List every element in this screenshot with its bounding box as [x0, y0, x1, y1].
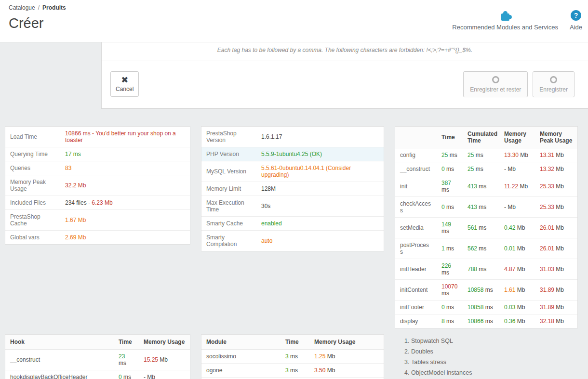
row-label: PHP Version: [201, 147, 256, 161]
row-label: envoimoinscher: [201, 378, 281, 379]
cell-value: 5.5.9-1ubuntu4.25 (OK): [256, 147, 384, 161]
data-table: TimeCumulated TimeMemory UsageMemory Pea…: [395, 127, 577, 328]
row-label: hookdisplayBackOfficeHeader: [5, 370, 114, 379]
cell-text: ms: [289, 367, 298, 374]
table-row: Max Execution Time30s: [201, 196, 384, 217]
table-row: init387 ms413 ms11.22 Mb25.33 Mb: [395, 176, 577, 197]
breadcrumb-item-catalogue[interactable]: Catalogue: [9, 4, 35, 11]
cell-text: 0.01: [504, 245, 515, 252]
table-row: initFooter0 ms10858 ms0.03 Mb31.89 Mb: [395, 301, 577, 314]
cancel-button[interactable]: ✖ Cancel: [110, 71, 139, 97]
help-icon: ?: [571, 10, 581, 21]
cell-text: 25.33: [540, 204, 554, 210]
cell-value: 26.01 Mb: [535, 238, 577, 259]
cell-text: 1.61: [504, 287, 515, 293]
cell-value: 1.6.1.17: [256, 127, 384, 147]
cell-text: 31.89: [540, 304, 554, 311]
spinner-icon: [550, 76, 557, 83]
cell-text: Mb: [554, 152, 564, 158]
row-label: Max Execution Time: [201, 196, 256, 217]
cell-value: 10866 ms: [463, 314, 499, 328]
save-and-stay-label: Enregistrer et rester: [470, 86, 521, 93]
cell-value: 13.32 Mb: [535, 162, 577, 176]
cell-text: 387: [441, 180, 451, 186]
cell-value: 2.69 Mb: [60, 231, 190, 245]
save-button[interactable]: Enregistrer: [533, 71, 575, 97]
cell-text: 0.42: [504, 224, 515, 231]
table-row: PHP Version5.5.9-1ubuntu4.25 (OK): [201, 147, 384, 161]
cell-text: Mb: [325, 353, 335, 360]
cell-text: 0: [441, 304, 445, 311]
cell-text: ms: [477, 266, 486, 273]
cell-text: 0: [441, 204, 445, 210]
cell-value: 2 ms: [281, 378, 309, 379]
puzzle-icon: [501, 13, 509, 21]
cell-text: ms: [448, 152, 457, 158]
cell-value: enabled: [256, 217, 384, 231]
breadcrumb-item-produits[interactable]: Produits: [42, 4, 66, 11]
row-label: display: [395, 314, 437, 328]
row-label: initFooter: [395, 301, 437, 314]
column-header: Memory Usage: [499, 127, 535, 148]
cell-text: 10866: [468, 318, 483, 325]
cell-value: 11.22 Mb: [499, 176, 535, 197]
cell-value: 25.33 Mb: [535, 176, 577, 197]
data-table: PrestaShop Version1.6.1.17PHP Version5.5…: [201, 127, 384, 251]
cell-value: 234 files - 6.23 Mb: [60, 196, 190, 210]
cell-text: 1.6.1.17: [261, 133, 282, 140]
save-and-stay-button[interactable]: Enregistrer et rester: [463, 71, 528, 97]
cell-value: 15.25 Mb: [139, 350, 190, 370]
row-label: initContent: [395, 280, 437, 301]
cancel-label: Cancel: [116, 86, 134, 92]
row-label: __construct: [5, 350, 114, 370]
process-timing-panel: TimeCumulated TimeMemory UsageMemory Pea…: [395, 126, 578, 328]
cell-text: ms: [445, 304, 454, 311]
cell-value: 128M: [256, 182, 384, 196]
cell-text: ms: [477, 183, 486, 190]
save-label: Enregistrer: [539, 86, 568, 93]
cell-text: 30s: [261, 203, 270, 209]
breadcrumb-separator: /: [38, 4, 40, 11]
row-label: Querying Time: [5, 147, 60, 161]
cell-value: 23 ms: [114, 350, 139, 370]
cell-text: ms: [441, 269, 449, 276]
cell-value: 0.42 Mb: [499, 218, 535, 238]
row-label: checkAccess: [395, 197, 437, 218]
cell-value: 10070 ms: [437, 280, 463, 301]
cell-text: 6.23 Mb: [92, 199, 112, 206]
cell-value: 226 ms: [437, 259, 463, 280]
row-label: Included Files: [5, 196, 60, 210]
cell-text: 10858: [468, 287, 483, 293]
cell-value: 413 ms: [463, 176, 499, 197]
cell-text: 1: [441, 245, 445, 252]
cell-value: 13.30 Mb: [499, 148, 535, 162]
table-row: Memory Limit128M: [201, 182, 384, 196]
table-row: Queries83: [5, 161, 190, 175]
header-row: HookTimeMemory Usage: [5, 335, 190, 350]
row-label: setMedia: [395, 218, 437, 238]
cell-value: - Mb: [499, 197, 535, 218]
cell-text: 1.25: [314, 353, 325, 360]
help-link[interactable]: ? Aide: [570, 10, 582, 31]
column-header: Time: [437, 127, 463, 148]
cell-text: initFooter: [400, 304, 424, 311]
row-label: config: [395, 148, 437, 162]
cell-text: 0: [119, 374, 122, 379]
cell-text: ogone: [206, 367, 222, 374]
cell-text: 10070: [441, 283, 457, 290]
recommended-modules-link[interactable]: Recommended Modules and Services: [452, 10, 558, 31]
table-row: __construct0 ms25 ms- Mb13.32 Mb: [395, 162, 577, 176]
table-row: initHeader226 ms788 ms4.87 Mb31.03 Mb: [395, 259, 577, 280]
row-label: PrestaShop Version: [201, 127, 256, 147]
cell-text: ms: [445, 204, 454, 210]
cell-value: 149 ms: [437, 218, 463, 238]
cell-text: config: [400, 152, 415, 158]
row-label: Global vars: [5, 231, 60, 245]
cell-text: 3: [285, 353, 289, 360]
checklist-item: Tables stress: [411, 357, 578, 368]
debug-profiler-area: Load Time10866 ms - You'd better run you…: [5, 126, 588, 379]
cell-text: Smarty Cache: [206, 220, 243, 227]
cell-text: 11.22: [504, 183, 518, 190]
table-row: PrestaShop Version1.6.1.17: [201, 127, 384, 147]
cell-text: 226: [441, 262, 451, 269]
